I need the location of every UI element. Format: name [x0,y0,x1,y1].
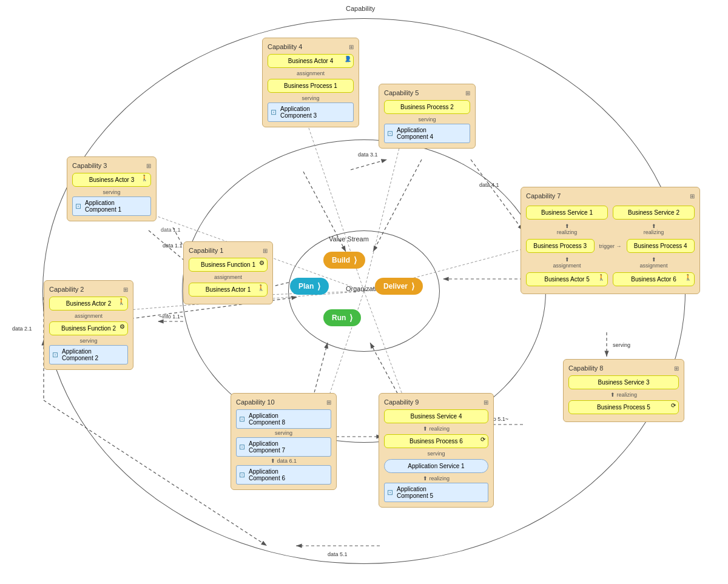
cap3-business-actor-3: Business Actor 3 🚶 [72,173,151,187]
cap9-business-service-4: Business Service 4 [384,409,488,423]
cap7-realizing-row: ⬆realizing ⬆realizing [526,222,695,237]
vs-build-icon: ⟩ [354,255,357,265]
vs-deliver-label: Deliver [383,282,408,290]
cap8-icon: ⊞ [674,365,679,372]
vs-run: Run ⟩ [323,309,361,326]
vs-run-label: Run [332,314,346,322]
vs-plan-label: Plan [298,282,314,290]
cap3-app-component-1: ApplicationComponent 1 [72,196,151,216]
cap2-rel-serving: serving [49,338,128,344]
cap5-app-component-4: ApplicationComponent 4 [384,124,470,143]
cap10-app-component-7: ApplicationComponent 7 [236,437,331,457]
cap2-title: Capability 2 ⊞ [49,286,128,293]
cap9-app-component-5: ApplicationComponent 5 [384,483,488,502]
cap5-business-process-2: Business Process 2 [384,100,470,114]
cap4-rel-assignment: assignment [268,70,354,76]
cap10-app-component-8: ApplicationComponent 8 [236,409,331,429]
cap10-rel-data61: ⬆ data 6.1 [236,458,331,464]
cap8-rel-realizing: ⬆ realizing [568,392,679,398]
cap8-business-service-3: Business Service 3 [568,375,679,389]
cap9-icon: ⊞ [484,399,488,406]
cap4-title: Capability 4 ⊞ [268,43,354,50]
cap5-rel-serving: serving [384,116,470,123]
cap9-rel-serving: serving [384,451,488,457]
vs-plan-icon: ⟩ [317,281,320,291]
cap1-rel-assignment: assignment [189,274,268,280]
cap4-business-process-1: Business Process 1 [268,79,354,93]
cap7-services-row: Business Service 1 Business Service 2 [526,203,695,222]
cap1-business-actor-1: Business Actor 1 🚶 [189,283,268,297]
capability-9: Capability 9 ⊞ Business Service 4 ⬆ real… [379,393,494,508]
cap7-processes-row: Business Process 3 trigger → Business Pr… [526,237,695,255]
cap8-business-process-5: Business Process 5 ⟳ [568,400,679,414]
cap4-app-component-3: ApplicationComponent 3 [268,102,354,122]
outer-label: Capability [346,5,375,12]
cap9-app-service-1: Application Service 1 [384,459,488,473]
cap5-title: Capability 5 ⊞ [384,89,470,96]
vs-deliver: Deliver ⟩ [375,278,423,295]
cap3-title: Capability 3 ⊞ [72,162,151,169]
cap9-business-process-6: Business Process 6 ⟳ [384,434,488,448]
cap2-icon: ⊞ [123,286,128,293]
cap7-assignment-row: ⬆assignment ⬆assignment [526,255,695,270]
capability-5: Capability 5 ⊞ Business Process 2 servin… [379,84,476,149]
capability-3: Capability 3 ⊞ Business Actor 3 🚶 servin… [67,156,157,221]
cap9-rel-realizing: ⬆ realizing [384,426,488,432]
cap4-icon: ⊞ [349,44,354,50]
cap2-business-function-2: Business Function 2 ⚙ [49,321,128,335]
capability-10: Capability 10 ⊞ ApplicationComponent 8 s… [231,393,337,490]
cap7-business-service-2: Business Service 2 [613,206,695,220]
vs-plan: Plan ⟩ [290,278,329,295]
cap7-title: Capability 7 ⊞ [526,192,695,200]
vs-build: Build ⟩ [323,252,365,269]
cap8-title: Capability 8 ⊞ [568,364,679,372]
cap7-rel-realizing-2: ⬆realizing [613,222,695,237]
svg-text:data 2.1: data 2.1 [12,326,32,332]
capability-7: Capability 7 ⊞ Business Service 1 Busine… [521,187,700,294]
capability-2: Capability 2 ⊞ Business Actor 2 🚶 assign… [44,280,133,370]
cap7-business-actor-5: Business Actor 5 🚶 [526,272,608,286]
cap1-title: Capability 1 ⊞ [189,247,268,254]
cap7-rel-assignment-1: ⬆assignment [526,255,608,270]
cap2-rel-assignment: assignment [49,313,128,319]
cap7-actors-row: Business Actor 5 🚶 Business Actor 6 🚶 [526,270,695,289]
canvas: Capability data 3.1 data 1.1 [0,0,728,584]
cap7-trigger-label: trigger → [599,243,622,249]
cap4-rel-serving: serving [268,95,354,101]
cap7-business-actor-6: Business Actor 6 🚶 [613,272,695,286]
cap2-business-actor-2: Business Actor 2 🚶 [49,297,128,310]
cap9-rel-realizing2: ⬆ realizing [384,475,488,482]
capability-8: Capability 8 ⊞ Business Service 3 ⬆ real… [563,359,684,422]
cap7-icon: ⊞ [690,193,695,200]
cap7-rel-realizing-1: ⬆realizing [526,222,608,237]
cap7-business-service-1: Business Service 1 [526,206,608,220]
cap3-icon: ⊞ [146,163,151,169]
cap7-business-process-4: Business Process 4 [627,239,695,253]
vs-build-label: Build [332,256,350,264]
cap1-business-function-1: Business Function 1 ⚙ [189,258,268,272]
capability-4: Capability 4 ⊞ Business Actor 4 🚶 assign… [262,38,359,127]
data-label-1-1: data 1.1 [161,227,181,233]
cap10-rel-serving: serving [236,430,331,436]
cap4-business-actor-4: Business Actor 4 🚶 [268,54,354,68]
cap7-business-process-3: Business Process 3 [526,239,595,253]
cap2-app-component-2: ApplicationComponent 2 [49,345,128,364]
vs-run-icon: ⟩ [349,313,352,323]
cap3-rel-serving: serving [72,189,151,195]
cap1-icon: ⊞ [263,247,268,254]
cap7-rel-assignment-2: ⬆assignment [613,255,695,270]
value-stream-label: Value Stream [329,235,369,243]
cap9-title: Capability 9 ⊞ [384,398,488,406]
cap10-icon: ⊞ [326,399,331,406]
cap5-icon: ⊞ [465,90,470,96]
cap10-title: Capability 10 ⊞ [236,398,331,406]
vs-deliver-icon: ⟩ [411,281,414,291]
capability-1: Capability 1 ⊞ Business Function 1 ⚙ ass… [183,241,273,304]
cap10-app-component-6: ApplicationComponent 6 [236,465,331,485]
